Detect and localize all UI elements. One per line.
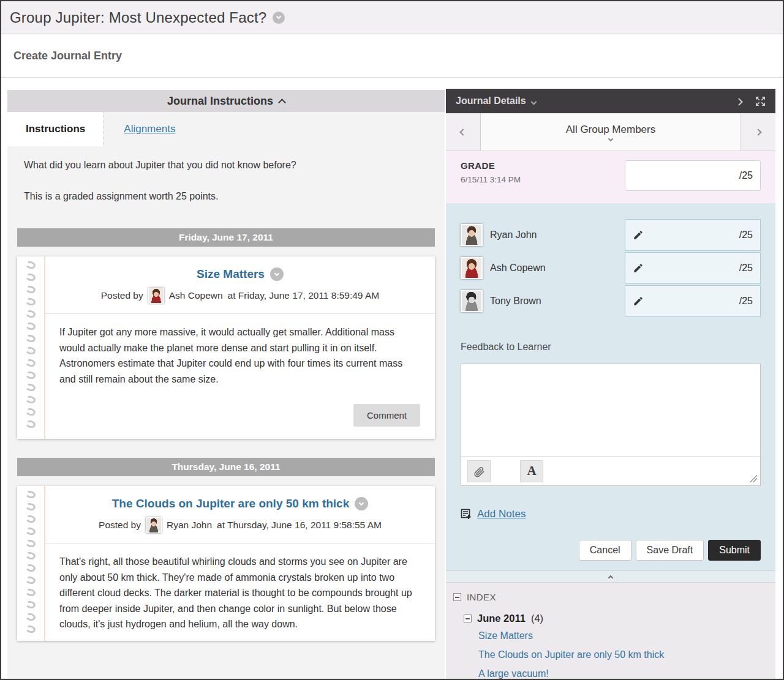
entry-posted-meta: Posted by Ash Copewn at Friday, June 17,… <box>58 288 423 304</box>
next-member-button[interactable] <box>741 113 775 151</box>
entry-body: That's right, all those beautiful whirli… <box>45 544 435 641</box>
binder-ring-icon <box>25 600 36 610</box>
edit-grade-button[interactable] <box>633 263 644 274</box>
index-entry-link[interactable]: A large vacuum! <box>478 668 768 679</box>
binder-ring-icon <box>25 358 36 368</box>
entry-menu-chevron-icon[interactable] <box>270 267 284 281</box>
save-draft-button[interactable]: Save Draft <box>636 540 704 561</box>
instructions-tabs: Instructions Alignments <box>7 112 445 146</box>
entry-timestamp: at Friday, June 17, 2011 8:59:49 AM <box>228 290 380 301</box>
editor-toolbar: A <box>461 456 760 485</box>
pencil-icon <box>633 263 644 274</box>
fullscreen-icon[interactable] <box>755 96 766 106</box>
binder-ring-icon <box>25 502 36 512</box>
resize-handle[interactable] <box>749 474 757 482</box>
binder-ring-icon <box>25 395 36 405</box>
comment-button[interactable]: Comment <box>353 404 420 427</box>
entry-title-link[interactable]: Size Matters <box>197 267 265 281</box>
avatar <box>461 290 483 312</box>
attach-file-button[interactable] <box>467 460 491 482</box>
entry-date-header: Thursday, June 16, 2011 <box>17 458 435 476</box>
details-menu-chevron-icon[interactable] <box>530 99 537 105</box>
member-row: Ash Copewn /25 <box>461 252 761 284</box>
spiral-binding-decoration <box>17 486 44 641</box>
index-group-label: June 2011 <box>477 613 526 624</box>
grade-denominator: /25 <box>739 170 753 181</box>
binder-ring-icon <box>25 383 36 392</box>
binder-ring-icon <box>25 370 36 380</box>
entry-title-link[interactable]: The Clouds on Jupiter are only 50 km thi… <box>112 497 349 510</box>
binder-ring-icon <box>25 490 36 499</box>
member-grade-box: /25 <box>625 219 761 251</box>
spiral-binding-decoration <box>17 256 44 439</box>
grade-timestamp: 6/15/11 3:14 PM <box>461 175 521 184</box>
group-grade-input[interactable] <box>633 170 739 181</box>
member-grade-box: /25 <box>625 252 761 284</box>
edit-grade-button[interactable] <box>633 296 644 307</box>
text-format-button[interactable]: A <box>520 460 543 482</box>
collapse-month-icon[interactable] <box>464 615 472 622</box>
binder-ring-icon <box>25 285 36 294</box>
binder-ring-icon <box>25 321 36 331</box>
index-entry-link[interactable]: The Clouds on Jupiter are only 50 km thi… <box>478 649 768 660</box>
binder-ring-icon <box>25 419 36 429</box>
binder-ring-icon <box>25 588 36 597</box>
grade-section: GRADE 6/15/11 3:14 PM /25 <box>446 151 775 203</box>
cancel-button[interactable]: Cancel <box>579 540 631 561</box>
details-panel-title: Journal Details <box>456 95 526 106</box>
page-title: Group Jupiter: Most Unexpected Fact? <box>10 9 266 26</box>
member-selector-label: All Group Members <box>566 124 655 136</box>
chevron-up-icon <box>608 575 613 580</box>
add-notes-link[interactable]: Add Notes <box>477 508 526 520</box>
avatar <box>461 257 483 279</box>
member-grade-box: /25 <box>625 285 761 317</box>
grade-label: GRADE <box>461 160 521 171</box>
journal-page: Group Jupiter: Most Unexpected Fact? Cre… <box>0 0 784 680</box>
open-panel-arrow-icon[interactable] <box>735 98 743 106</box>
collapse-index-icon[interactable] <box>453 593 461 601</box>
binder-ring-icon <box>25 575 36 585</box>
collapse-instructions-icon[interactable] <box>278 99 286 106</box>
submit-button[interactable]: Submit <box>708 540 761 561</box>
binder-ring-icon <box>25 260 36 270</box>
entry-author: Ryan John <box>167 520 212 531</box>
letter-a-icon: A <box>527 463 536 479</box>
tab-alignments[interactable]: Alignments <box>104 112 195 146</box>
feedback-textarea[interactable] <box>461 364 760 456</box>
journal-entry-card: Size Matters Posted by Ash Copewn at Fri… <box>17 256 435 439</box>
grade-denominator: /25 <box>739 230 753 241</box>
journal-details-panel: Journal Details All Group Members <box>446 89 775 679</box>
title-menu-chevron-icon[interactable] <box>273 12 285 24</box>
action-bar: Create Journal Entry <box>1 35 783 78</box>
chevron-left-icon <box>459 129 466 135</box>
tab-instructions[interactable]: Instructions <box>7 112 104 146</box>
posted-by-label: Posted by <box>101 290 143 301</box>
pencil-icon <box>633 230 644 241</box>
title-bar: Group Jupiter: Most Unexpected Fact? <box>1 1 783 34</box>
member-name: Ash Copewn <box>490 263 546 274</box>
index-entry-link[interactable]: Size Matters <box>478 630 768 641</box>
index-label: INDEX <box>467 592 496 602</box>
collapse-grading-panel-button[interactable] <box>446 570 775 583</box>
member-name: Ryan John <box>490 230 537 241</box>
edit-grade-button[interactable] <box>633 230 644 241</box>
feedback-to-learner-label: Feedback to Learner <box>461 342 761 353</box>
chevron-down-icon <box>608 136 613 141</box>
binder-ring-icon <box>25 563 36 573</box>
binder-ring-icon <box>25 334 36 343</box>
grade-denominator: /25 <box>739 296 753 307</box>
entry-body: If Jupiter got any more massive, it woul… <box>45 314 435 395</box>
instructions-paragraph: What did you learn about Jupiter that yo… <box>24 159 428 172</box>
member-name: Tony Brown <box>490 296 541 307</box>
feedback-editor: A <box>461 364 761 486</box>
entry-menu-chevron-icon[interactable] <box>355 497 368 510</box>
group-grade-box: /25 <box>625 160 761 191</box>
instructions-panel-title: Journal Instructions <box>167 95 273 108</box>
avatar <box>461 224 483 246</box>
binder-ring-icon <box>25 407 36 417</box>
instructions-panel-header: Journal Instructions <box>7 90 445 112</box>
member-selector-dropdown[interactable]: All Group Members <box>481 113 741 151</box>
binder-ring-icon <box>25 526 36 536</box>
create-journal-entry-button[interactable]: Create Journal Entry <box>13 50 122 62</box>
previous-member-button[interactable] <box>446 113 481 151</box>
